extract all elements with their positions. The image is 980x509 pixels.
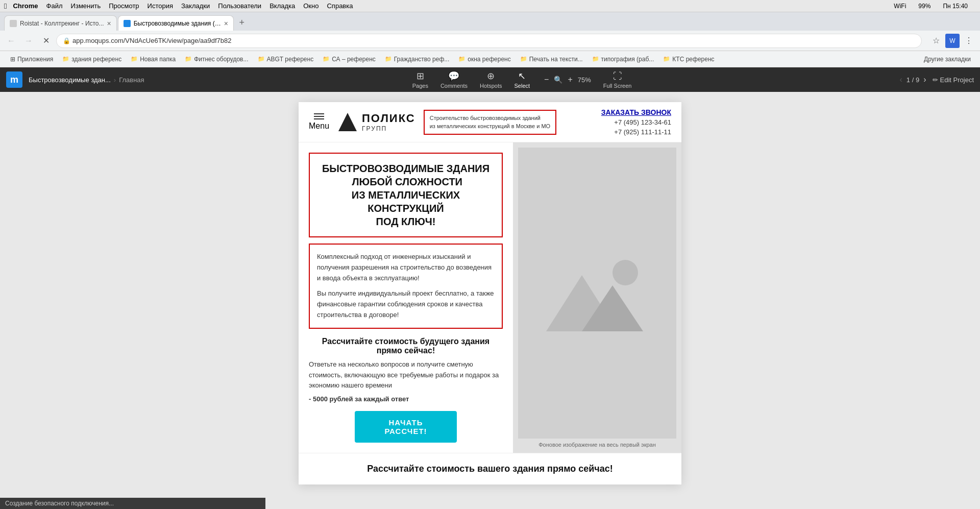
new-tab-button[interactable]: + xyxy=(235,15,249,30)
bookmarks-bar: ⊞ Приложения 📁 здания референс 📁 Новая п… xyxy=(0,51,980,67)
select-tool[interactable]: ↖ Select xyxy=(514,70,530,89)
bookmark-print[interactable]: 📁 Печать на тексти... xyxy=(516,53,587,65)
tab-menu[interactable]: Вкладка xyxy=(270,2,295,10)
hotspots-tool[interactable]: ⊕ Hotspots xyxy=(480,70,502,89)
hero-section: БЫСТРОВОЗВОДИМЫЕ ЗДАНИЯ ЛЮБОЙ СЛОЖНОСТИ … xyxy=(299,142,681,453)
prev-page-button[interactable]: ‹ xyxy=(900,75,902,84)
history-menu[interactable]: История xyxy=(148,2,173,10)
bookmark-typo[interactable]: 📁 типография (раб... xyxy=(588,53,658,65)
headline-box: БЫСТРОВОЗВОДИМЫЕ ЗДАНИЯ ЛЮБОЙ СЛОЖНОСТИ … xyxy=(309,153,503,237)
tagline-line2: из металлических конструкций в Москве и … xyxy=(430,122,550,131)
apple-menu[interactable]:  xyxy=(4,2,7,10)
order-call-link[interactable]: ЗАКАЗАТЬ ЗВОНОК xyxy=(601,108,671,116)
forward-button[interactable]: → xyxy=(21,34,36,48)
folder-icon-10: 📁 xyxy=(663,56,670,62)
moqups-content: Menu ПОЛИКС ГРУПП xyxy=(0,92,980,509)
bookmark-label-abgt: ABGT референс xyxy=(267,56,314,63)
battery-icon: 99% xyxy=(918,3,930,10)
tab-close-1[interactable]: × xyxy=(107,19,111,28)
file-menu[interactable]: Файл xyxy=(46,2,63,10)
menu-line-3 xyxy=(314,118,324,119)
headline-text: БЫСТРОВОЗВОДИМЫЕ ЗДАНИЯ ЛЮБОЙ СЛОЖНОСТИ … xyxy=(318,162,494,228)
tab-title-1: Roistat - Коллтрекинг - Исто... xyxy=(20,20,104,27)
zoom-out-button[interactable]: − xyxy=(542,74,551,85)
status-bar: Создание безопасного подключения... xyxy=(0,498,265,509)
hotspots-icon: ⊕ xyxy=(487,70,495,82)
tab-1[interactable]: Roistat - Коллтрекинг - Исто... × xyxy=(4,15,117,31)
hotspots-label: Hotspots xyxy=(480,83,502,89)
chrome-toolbar-icons: ☆ W ⋮ xyxy=(929,34,976,48)
page-nav: ‹ 1 / 9 › xyxy=(900,75,926,84)
bookmark-label-fitness: Фитнес оборудов... xyxy=(194,56,248,63)
fullscreen-label: Full Screen xyxy=(603,83,632,89)
page-indicator: 1 / 9 xyxy=(906,76,919,84)
page-breadcrumb: Главная xyxy=(119,76,144,84)
bookmark-star-icon[interactable]: ☆ xyxy=(929,34,943,48)
desc-paragraph-2: Вы получите индивидуальный проект беспла… xyxy=(317,288,495,320)
tab-2[interactable]: Быстровозводимые здания (… × xyxy=(118,15,234,31)
status-text: Создание безопасного подключения... xyxy=(5,500,114,507)
project-name[interactable]: Быстровозводимые здан... xyxy=(29,76,111,84)
folder-icon-7: 📁 xyxy=(458,56,465,62)
moqups-header: m Быстровозводимые здан... › Главная ⊞ P… xyxy=(0,67,980,92)
calc-discount: - 5000 рублей за каждый ответ xyxy=(309,395,503,403)
tab-favicon-2 xyxy=(124,20,131,27)
bookmark-buildings[interactable]: 📁 здания референс xyxy=(58,53,126,65)
help-menu[interactable]: Справка xyxy=(327,2,353,10)
bookmark-fitness[interactable]: 📁 Фитнес оборудов... xyxy=(181,53,252,65)
calc-desc: Ответьте на несколько вопросов и получит… xyxy=(309,359,503,391)
tab-close-2[interactable]: × xyxy=(224,19,228,28)
start-calc-button[interactable]: НАЧАТЬ РАССЧЕТ! xyxy=(355,411,457,443)
edit-pencil-icon: ✏ xyxy=(933,76,938,84)
bookmarks-menu[interactable]: Закладки xyxy=(181,2,210,10)
address-input[interactable]: 🔒 app.moqups.com/VNdAcUe6TK/view/page/aa… xyxy=(56,34,922,48)
bookmark-abgt[interactable]: 📁 ABGT референс xyxy=(254,53,318,65)
canvas-area[interactable]: Menu ПОЛИКС ГРУПП xyxy=(0,92,980,509)
hamburger-icon xyxy=(314,113,324,119)
pages-label: Pages xyxy=(412,83,428,89)
back-button[interactable]: ← xyxy=(4,34,18,48)
window-menu[interactable]: Окно xyxy=(303,2,318,10)
reload-button[interactable]: ✕ xyxy=(39,34,53,48)
site-contact: ЗАКАЗАТЬ ЗВОНОК +7 (495) 123-34-61 +7 (9… xyxy=(601,108,671,136)
folder-icon-3: 📁 xyxy=(185,56,192,62)
site-logo: ПОЛИКС ГРУПП xyxy=(337,112,415,132)
edit-project-button[interactable]: ✏ Edit Project xyxy=(933,76,974,84)
edit-menu[interactable]: Изменить xyxy=(71,2,101,10)
bookmark-apps[interactable]: ⊞ Приложения xyxy=(6,53,57,65)
moqups-logo[interactable]: m xyxy=(6,71,22,88)
select-icon: ↖ xyxy=(518,70,526,82)
lock-icon: 🔒 xyxy=(63,37,70,44)
zoom-in-button[interactable]: + xyxy=(566,74,574,85)
app-name[interactable]: Chrome xyxy=(13,2,38,10)
menu-button[interactable]: Menu xyxy=(309,113,329,131)
bookmark-citizenship[interactable]: 📁 Гражданство реф... xyxy=(381,53,453,65)
users-menu[interactable]: Пользователи xyxy=(218,2,261,10)
pages-icon: ⊞ xyxy=(416,70,424,82)
extensions-icon[interactable]: W xyxy=(945,34,960,48)
comments-tool[interactable]: 💬 Comments xyxy=(440,70,468,89)
bookmark-windows[interactable]: 📁 окна референс xyxy=(454,53,514,65)
bookmark-label-new-folder: Новая папка xyxy=(140,56,176,63)
header-right: ‹ 1 / 9 › ✏ Edit Project xyxy=(900,75,974,84)
tab-bar: Roistat - Коллтрекинг - Исто... × Быстро… xyxy=(0,12,980,31)
svg-marker-0 xyxy=(338,113,357,131)
logo-text: ПОЛИКС ГРУПП xyxy=(362,112,415,132)
description-text: Комплексный подход от инженерных изыскан… xyxy=(317,252,495,321)
fullscreen-tool[interactable]: ⛶ Full Screen xyxy=(603,71,632,89)
menu-line-2 xyxy=(314,116,324,117)
address-text: app.moqups.com/VNdAcUe6TK/view/page/aa9d… xyxy=(72,37,231,44)
other-bookmarks[interactable]: Другие закладки xyxy=(921,53,974,65)
zoom-controls: − 🔍 + 75% xyxy=(542,74,591,85)
folder-icon-5: 📁 xyxy=(323,56,330,62)
bookmark-kts[interactable]: 📁 КТС референс xyxy=(659,53,718,65)
pages-tool[interactable]: ⊞ Pages xyxy=(412,70,428,89)
view-menu[interactable]: Просмотр xyxy=(109,2,139,10)
project-nav: Быстровозводимые здан... › Главная xyxy=(29,76,144,84)
bookmark-new-folder[interactable]: 📁 Новая папка xyxy=(127,53,180,65)
bookmark-ca[interactable]: 📁 СА – референс xyxy=(318,53,380,65)
chrome-menu-icon[interactable]: ⋮ xyxy=(962,34,976,48)
edit-project-label: Edit Project xyxy=(940,76,974,84)
next-page-button[interactable]: › xyxy=(923,75,926,84)
bookmark-label-citizenship: Гражданство реф... xyxy=(394,56,449,63)
